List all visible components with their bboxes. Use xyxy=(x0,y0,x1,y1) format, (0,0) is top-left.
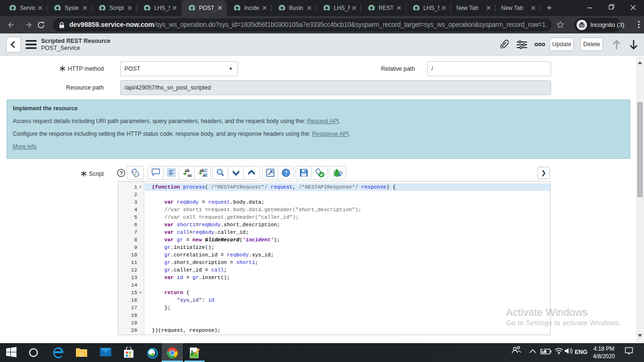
svg-text:ab: ab xyxy=(185,168,190,173)
svg-text:?: ? xyxy=(119,170,123,176)
svg-text:?: ? xyxy=(284,170,288,176)
svg-text:ab: ab xyxy=(199,168,204,173)
svg-text:ac: ac xyxy=(188,173,192,178)
